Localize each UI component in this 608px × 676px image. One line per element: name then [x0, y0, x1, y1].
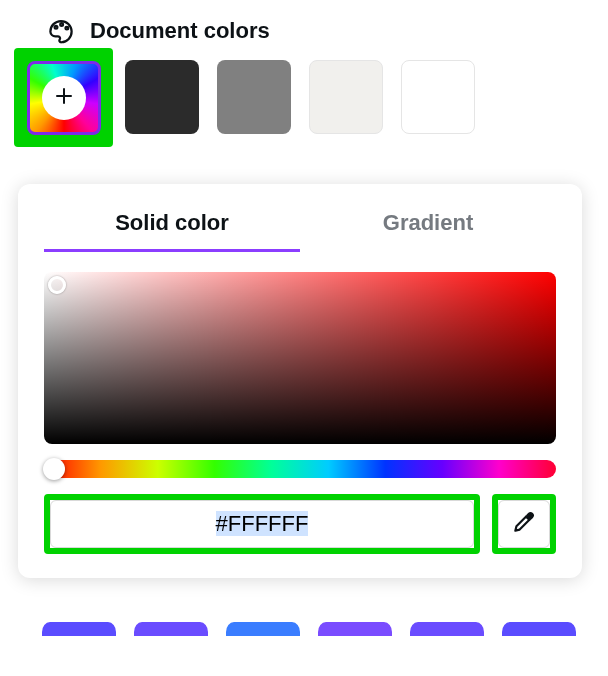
add-color-swatch[interactable]: [27, 61, 101, 135]
plus-icon: [52, 84, 76, 112]
document-colors-title: Document colors: [90, 18, 270, 44]
color-swatch[interactable]: [309, 60, 383, 134]
peek-swatch: [226, 622, 300, 636]
peek-swatch: [410, 622, 484, 636]
color-swatch[interactable]: [217, 60, 291, 134]
hue-slider[interactable]: [44, 460, 556, 478]
sv-cursor[interactable]: [48, 276, 66, 294]
peek-swatch: [42, 622, 116, 636]
eyedropper-icon: [511, 509, 537, 539]
svg-point-1: [60, 23, 63, 26]
hex-input-highlight: #FFFFFF: [44, 494, 480, 554]
peek-swatch: [134, 622, 208, 636]
tab-underline: [44, 249, 300, 252]
color-picker-panel: Solid color Gradient #FFFFFF: [18, 184, 582, 578]
svg-point-0: [55, 26, 58, 29]
tab-solid-color[interactable]: Solid color: [44, 198, 300, 252]
color-swatch[interactable]: [125, 60, 199, 134]
palette-icon: [46, 16, 76, 46]
hex-input[interactable]: #FFFFFF: [50, 500, 474, 548]
add-color-highlight: [14, 48, 113, 147]
peek-swatch: [318, 622, 392, 636]
saturation-value-box[interactable]: [44, 272, 556, 444]
swatch-row: [0, 60, 608, 147]
peek-swatch: [502, 622, 576, 636]
eyedropper-button[interactable]: [498, 500, 550, 548]
svg-point-2: [66, 27, 69, 30]
color-swatch[interactable]: [401, 60, 475, 134]
tab-gradient[interactable]: Gradient: [300, 198, 556, 252]
eyedropper-highlight: [492, 494, 556, 554]
hex-value: #FFFFFF: [216, 511, 309, 536]
bottom-swatch-peek: [42, 622, 576, 636]
color-mode-tabs: Solid color Gradient: [44, 198, 556, 252]
hue-thumb[interactable]: [43, 458, 65, 480]
